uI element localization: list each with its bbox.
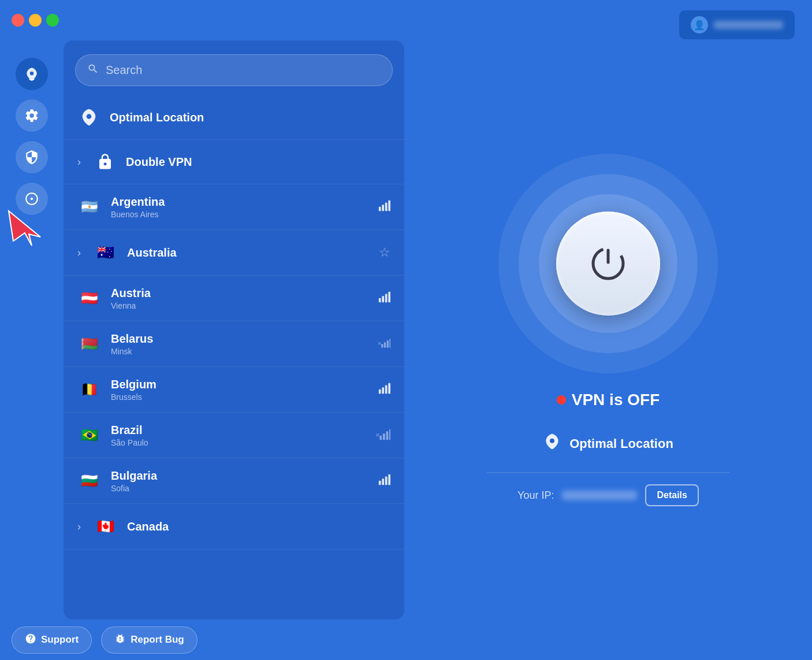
svg-rect-13 xyxy=(387,340,389,348)
bulgaria-sub: Sofia xyxy=(111,484,368,493)
belarus-flag: 🇧🇾 xyxy=(77,332,102,356)
double-vpn-text: Double VPN xyxy=(126,155,390,169)
power-rings xyxy=(498,154,718,373)
argentina-text: Argentina Buenos Aires xyxy=(111,195,368,219)
svg-rect-8 xyxy=(385,294,388,302)
australia-text: Australia xyxy=(127,246,370,259)
brazil-sub: São Paulo xyxy=(111,438,366,447)
signal-icon-brazil: × xyxy=(375,428,390,443)
power-symbol xyxy=(588,243,628,284)
selected-location-icon xyxy=(543,432,561,455)
svg-rect-22 xyxy=(386,431,389,440)
belgium-text: Belgium Brussels xyxy=(111,378,368,402)
svg-point-1 xyxy=(87,114,92,119)
austria-sub: Vienna xyxy=(111,301,368,310)
svg-rect-5 xyxy=(388,200,390,210)
location-item-bulgaria[interactable]: 🇧🇬 Bulgaria Sofia xyxy=(64,458,404,504)
signal-icon-austria xyxy=(378,291,390,306)
location-item-argentina[interactable]: 🇦🇷 Argentina Buenos Aires xyxy=(64,184,404,230)
sidebar-btn-protection[interactable] xyxy=(16,183,48,215)
svg-rect-17 xyxy=(385,385,388,394)
double-vpn-name: Double VPN xyxy=(126,155,390,169)
power-button[interactable] xyxy=(556,212,660,316)
vpn-status: VPN is OFF xyxy=(557,391,660,409)
sidebar-btn-settings[interactable] xyxy=(16,99,48,132)
svg-rect-24 xyxy=(379,480,381,484)
location-item-double-vpn[interactable]: › Double VPN xyxy=(64,140,404,184)
chevron-right-australia: › xyxy=(77,247,81,259)
argentina-sub: Buenos Aires xyxy=(111,210,368,219)
location-item-belarus[interactable]: 🇧🇾 Belarus Minsk × xyxy=(64,321,404,367)
location-item-optimal[interactable]: Optimal Location xyxy=(64,95,404,140)
star-icon-australia[interactable]: ☆ xyxy=(379,245,390,260)
bulgaria-text: Bulgaria Sofia xyxy=(111,469,368,493)
vpn-status-text: VPN is OFF xyxy=(572,391,660,409)
svg-rect-11 xyxy=(381,344,383,347)
canada-name: Canada xyxy=(127,520,390,533)
location-item-belgium[interactable]: 🇧🇪 Belgium Brussels xyxy=(64,367,404,413)
ip-label: Your IP: xyxy=(517,490,554,502)
location-list: Optimal Location › Double VPN 🇦🇷 Argenti… xyxy=(64,95,404,620)
sidebar-btn-security[interactable] xyxy=(16,141,48,173)
belarus-sub: Minsk xyxy=(111,347,368,356)
svg-rect-2 xyxy=(379,206,381,210)
canada-text: Canada xyxy=(127,520,390,533)
svg-rect-25 xyxy=(382,479,384,485)
svg-rect-3 xyxy=(382,205,384,211)
ip-row: Your IP: Details xyxy=(487,472,729,506)
search-icon xyxy=(87,63,99,77)
australia-flag: 🇦🇺 xyxy=(94,240,118,265)
sidebar-btn-locations[interactable] xyxy=(16,58,48,90)
svg-rect-26 xyxy=(385,476,388,485)
canada-flag: 🇨🇦 xyxy=(94,514,118,539)
optimal-icon xyxy=(77,106,100,129)
location-item-brazil[interactable]: 🇧🇷 Brazil São Paulo × xyxy=(64,413,404,458)
ip-value-blurred xyxy=(562,491,637,500)
search-input[interactable] xyxy=(106,64,381,77)
australia-name: Australia xyxy=(127,246,370,259)
details-button[interactable]: Details xyxy=(645,484,698,506)
svg-point-30 xyxy=(550,439,554,443)
status-dot xyxy=(557,395,566,405)
double-vpn-icon xyxy=(94,150,117,173)
svg-rect-9 xyxy=(388,291,390,302)
selected-location[interactable]: Optimal Location xyxy=(543,432,673,455)
austria-flag: 🇦🇹 xyxy=(77,286,102,310)
belarus-text: Belarus Minsk xyxy=(111,332,368,356)
svg-rect-4 xyxy=(385,202,388,211)
signal-icon-bulgaria xyxy=(378,473,390,489)
svg-rect-12 xyxy=(384,342,386,347)
belgium-name: Belgium xyxy=(111,378,368,391)
location-item-australia[interactable]: › 🇦🇺 Australia ☆ xyxy=(64,230,404,276)
right-panel: VPN is OFF Optimal Location Your IP: Det… xyxy=(404,0,812,660)
signal-icon-belarus: × xyxy=(378,336,390,352)
svg-rect-15 xyxy=(379,389,381,393)
svg-rect-7 xyxy=(382,296,384,302)
svg-text:×: × xyxy=(378,340,381,347)
signal-icon-argentina xyxy=(378,199,390,215)
report-bug-button[interactable]: Report Bug xyxy=(101,626,198,654)
svg-rect-21 xyxy=(383,433,385,440)
support-label: Support xyxy=(41,634,79,646)
brazil-text: Brazil São Paulo xyxy=(111,424,366,447)
report-bug-icon xyxy=(114,633,126,647)
optimal-location-text: Optimal Location xyxy=(110,111,390,124)
location-item-canada[interactable]: › 🇨🇦 Canada xyxy=(64,504,404,550)
belgium-flag: 🇧🇪 xyxy=(77,377,102,402)
selected-location-name: Optimal Location xyxy=(569,436,673,451)
location-item-austria[interactable]: 🇦🇹 Austria Vienna xyxy=(64,276,404,321)
bulgaria-name: Bulgaria xyxy=(111,469,368,483)
brazil-name: Brazil xyxy=(111,424,366,437)
support-button[interactable]: Support xyxy=(12,626,92,654)
svg-rect-14 xyxy=(389,338,390,347)
svg-rect-6 xyxy=(379,298,381,302)
brazil-flag: 🇧🇷 xyxy=(77,423,102,447)
search-bar[interactable] xyxy=(75,54,393,86)
chevron-right-canada: › xyxy=(77,521,81,533)
svg-rect-27 xyxy=(388,474,390,484)
svg-text:×: × xyxy=(375,431,380,439)
svg-point-0 xyxy=(30,72,34,76)
argentina-flag: 🇦🇷 xyxy=(77,195,102,219)
belarus-name: Belarus xyxy=(111,332,368,346)
bottom-bar: Support Report Bug xyxy=(0,620,209,660)
